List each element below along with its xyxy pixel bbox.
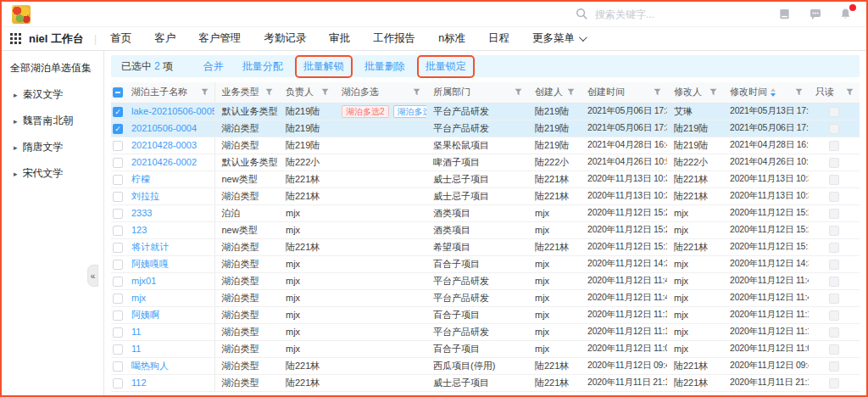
- sidebar-item-宋代文学[interactable]: ▸宋代文学: [14, 166, 98, 181]
- table-row: 刘拉拉湖泊类型陆221林威士忌子项目陆221林2020年11月13日 10:30…: [111, 187, 860, 204]
- cell-owner: mjx: [279, 204, 335, 221]
- lake-name-link[interactable]: lake-20210506-0005: [131, 106, 214, 116]
- row-checkbox[interactable]: [113, 277, 123, 287]
- lake-name-link[interactable]: 123: [131, 225, 147, 235]
- tag-湖泊多选2[interactable]: 湖泊多选2: [342, 105, 389, 118]
- nav-item-工作报告[interactable]: 工作报告: [373, 31, 415, 46]
- column-header-修改人: 修改人: [667, 82, 723, 103]
- sort-icon[interactable]: [771, 88, 776, 97]
- lake-name-link[interactable]: 阿姨啊: [131, 310, 159, 320]
- row-checkbox[interactable]: ✓: [113, 124, 123, 134]
- lake-name-link[interactable]: 11: [131, 344, 141, 354]
- filter-icon[interactable]: [709, 88, 717, 96]
- lake-name-link[interactable]: mjx01: [131, 276, 156, 286]
- toolbar-action-批量分配[interactable]: 批量分配: [242, 59, 283, 74]
- tag-湖泊多选1[interactable]: 湖泊多选1: [393, 105, 426, 118]
- apps-grid-icon[interactable]: [10, 33, 21, 44]
- cell-modified-time: 2020年11月12日 11:46: [723, 272, 809, 289]
- column-label: 修改时间: [730, 86, 767, 98]
- row-checkbox[interactable]: [113, 260, 123, 270]
- more-menu[interactable]: 更多菜单: [532, 31, 585, 46]
- row-checkbox[interactable]: [113, 175, 123, 185]
- filter-icon[interactable]: [654, 88, 661, 96]
- filter-icon[interactable]: [321, 88, 329, 96]
- cell-modifier: 陆219陆: [667, 137, 723, 154]
- row-checkbox[interactable]: [113, 327, 123, 338]
- filter-icon[interactable]: [567, 88, 575, 96]
- cell-modified-time: 2020年11月11日 21:19: [723, 374, 809, 391]
- cell-owner: mjx: [279, 323, 335, 340]
- toolbar-action-批量删除[interactable]: 批量删除: [364, 59, 405, 74]
- filter-icon[interactable]: [515, 88, 522, 96]
- readonly-checkbox: [829, 260, 839, 270]
- filter-icon[interactable]: [201, 88, 209, 96]
- chat-icon[interactable]: [808, 7, 822, 21]
- sidebar-item-魏晋南北朝[interactable]: ▸魏晋南北朝: [14, 114, 98, 128]
- lake-name-link[interactable]: 喝热狗人: [131, 361, 169, 371]
- lake-name-link[interactable]: 20210506-0004: [131, 123, 197, 133]
- row-checkbox[interactable]: ✓: [113, 107, 123, 117]
- nav-item-首页[interactable]: 首页: [110, 31, 131, 46]
- row-checkbox[interactable]: [113, 209, 123, 219]
- app-logo[interactable]: [12, 5, 31, 24]
- filter-icon[interactable]: [795, 88, 803, 96]
- cell-department: 酒类项目: [426, 204, 528, 221]
- cell-modifier: mjx: [667, 340, 723, 357]
- row-checkbox[interactable]: [113, 226, 123, 236]
- filter-icon[interactable]: [265, 88, 273, 96]
- cell-business-type: 湖泊类型: [214, 340, 279, 357]
- nav-item-客户管理[interactable]: 客户管理: [198, 31, 241, 46]
- nav-item-审批[interactable]: 审批: [329, 31, 350, 46]
- nav-item-n标准[interactable]: n标准: [438, 31, 465, 46]
- sidebar-item-隋唐文学[interactable]: ▸隋唐文学: [14, 140, 98, 154]
- row-checkbox[interactable]: [113, 158, 123, 168]
- workspace-title[interactable]: niel 工作台: [29, 31, 84, 47]
- row-checkbox[interactable]: [113, 361, 123, 372]
- cell-department: 威士忌子项目: [426, 374, 528, 391]
- lake-name-link[interactable]: 柠檬: [131, 174, 150, 184]
- sidebar-item-秦汉文学[interactable]: ▸秦汉文学: [14, 87, 98, 102]
- lake-name-link[interactable]: 刘拉拉: [131, 191, 159, 201]
- lake-name-link[interactable]: 阿姨嘎嘎: [131, 259, 169, 269]
- cell-owner: mjx: [279, 221, 335, 238]
- lake-name-link[interactable]: 11: [131, 327, 141, 337]
- cell-modified-time: 2020年11月12日 11:11: [723, 323, 809, 340]
- row-checkbox[interactable]: [113, 243, 123, 253]
- filter-icon[interactable]: [413, 88, 420, 96]
- toolbar-action-批量解锁-annotated[interactable]: 批量解锁: [295, 55, 353, 78]
- select-all-checkbox[interactable]: [113, 87, 123, 98]
- nav-item-客户[interactable]: 客户: [154, 31, 175, 46]
- global-search[interactable]: [576, 8, 697, 20]
- row-checkbox[interactable]: [113, 294, 123, 304]
- lake-name-link[interactable]: 2333: [131, 208, 152, 218]
- row-checkbox[interactable]: [113, 310, 123, 321]
- row-checkbox[interactable]: [113, 344, 123, 355]
- toolbar-action-合并[interactable]: 合并: [203, 59, 224, 74]
- nav-item-考勤记录[interactable]: 考勤记录: [264, 31, 306, 46]
- nav-item-日程[interactable]: 日程: [488, 31, 509, 46]
- lake-name-link[interactable]: 112: [131, 377, 147, 388]
- search-input[interactable]: [595, 8, 697, 20]
- top-bar: [2, 2, 866, 27]
- cell-created-time: 2021年04月28日 16:42: [581, 137, 667, 154]
- filter-icon[interactable]: [846, 88, 854, 96]
- select-all-header: [111, 82, 125, 103]
- row-checkbox[interactable]: [113, 141, 123, 151]
- lake-name-link[interactable]: 将计就计: [131, 242, 169, 252]
- cell-modifier: mjx: [667, 272, 723, 289]
- lake-name-link[interactable]: 20210428-0003: [131, 140, 197, 150]
- row-checkbox[interactable]: [113, 378, 123, 389]
- table-row: 20210428-0003湖泊类型陆219陆坚果松鼠项目陆219陆2021年04…: [111, 137, 860, 154]
- row-checkbox[interactable]: [113, 192, 123, 202]
- cell-department: 威士忌子项目: [426, 187, 528, 204]
- cell-multi-select: [335, 120, 426, 137]
- cell-modified-time: 2020年11月13日 10:31: [723, 171, 809, 187]
- bell-icon[interactable]: [838, 7, 853, 21]
- sidebar-collapse-handle[interactable]: «: [87, 265, 98, 287]
- cell-owner: mjx: [279, 272, 335, 289]
- journal-icon[interactable]: [777, 7, 792, 21]
- toolbar-action-批量锁定-annotated[interactable]: 批量锁定: [417, 55, 475, 78]
- lake-name-link[interactable]: 20210426-0002: [131, 157, 197, 167]
- cell-modifier: 陆221林: [667, 238, 723, 255]
- lake-name-link[interactable]: mjx: [131, 293, 146, 303]
